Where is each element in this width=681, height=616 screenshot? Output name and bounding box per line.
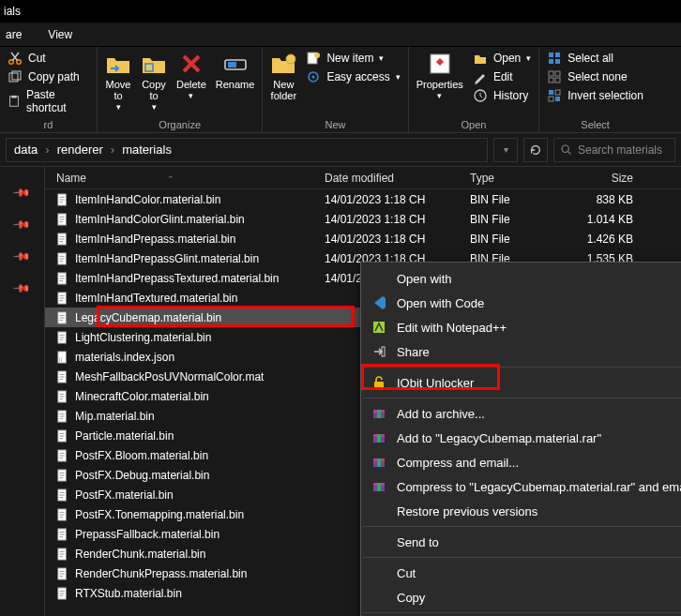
ctx-share[interactable]: Share <box>361 339 681 364</box>
copy-to-button[interactable]: Copy to▾ <box>141 51 167 113</box>
svg-rect-3 <box>12 71 21 80</box>
select-none-button[interactable]: Select none <box>547 69 643 84</box>
column-header-name[interactable]: Name⌃ <box>45 172 325 185</box>
file-name: ItemInHandPrepassTextured.material.bin <box>75 272 279 285</box>
chevron-right-icon: › <box>45 143 49 157</box>
ctx-add-rar[interactable]: Add to "LegacyCubemap.material.rar" <box>361 426 681 450</box>
delete-icon <box>178 51 204 77</box>
file-date: 14/01/2023 1:18 CH <box>325 213 470 226</box>
ribbon-group-open: Properties▾ Open ▾ Edit History Open <box>409 47 540 132</box>
file-row[interactable]: ItemInHandColor.material.bin14/01/2023 1… <box>45 189 681 209</box>
edit-button[interactable]: Edit <box>473 69 531 84</box>
sort-indicator-icon: ⌃ <box>167 174 174 184</box>
move-to-icon <box>105 51 131 77</box>
ctx-send-to[interactable]: Send to▶ <box>361 530 681 554</box>
file-icon <box>56 233 69 246</box>
file-name: RenderChunk.material.bin <box>75 548 205 561</box>
file-name: PrepassFallback.material.bin <box>75 528 219 541</box>
ctx-add-archive[interactable]: Add to archive... <box>361 401 681 426</box>
file-row[interactable]: ItemInHandColorGlint.material.bin14/01/2… <box>45 209 681 229</box>
pin-icon[interactable]: 📌 <box>12 247 32 266</box>
breadcrumb-segment[interactable]: renderer <box>57 143 103 157</box>
pin-icon[interactable]: 📌 <box>12 183 32 203</box>
history-icon <box>473 88 488 103</box>
ctx-compress-rar-email[interactable]: Compress to "LegacyCubemap.material.rar"… <box>361 474 681 499</box>
column-header-date[interactable]: Date modified <box>325 172 470 185</box>
paste-shortcut-icon <box>8 94 21 109</box>
nav-pane[interactable]: 📌 📌 📌 📌 <box>0 167 45 616</box>
new-folder-button[interactable]: New folder <box>270 51 296 101</box>
file-icon <box>56 488 69 502</box>
file-icon <box>56 528 69 541</box>
column-header-type[interactable]: Type <box>470 172 554 185</box>
file-size: 1.426 KB <box>554 233 648 246</box>
file-icon <box>56 567 69 580</box>
svg-rect-65 <box>377 483 381 491</box>
properties-button[interactable]: Properties▾ <box>416 51 463 101</box>
paste-shortcut-button[interactable]: Paste shortcut <box>8 88 89 114</box>
file-name: ItemInHandColor.material.bin <box>75 193 220 206</box>
ctx-compress-email[interactable]: Compress and email... <box>361 450 681 474</box>
cut-button[interactable]: Cut <box>8 51 89 66</box>
svg-rect-25 <box>555 90 560 95</box>
svg-rect-59 <box>377 434 381 443</box>
svg-rect-22 <box>549 78 553 83</box>
ctx-open-with[interactable]: Open with▶ <box>361 266 681 291</box>
file-icon <box>56 449 69 462</box>
ribbon-group-new: New folder New item ▾ Easy access ▾ New <box>263 47 408 132</box>
address-bar: data › renderer › materials ▾ Search mat… <box>0 133 681 167</box>
file-icon <box>56 390 69 403</box>
breadcrumb-segment[interactable]: data <box>14 143 38 157</box>
select-all-button[interactable]: Select all <box>547 51 643 66</box>
svg-point-13 <box>312 76 315 79</box>
svg-rect-18 <box>549 59 553 64</box>
ctx-copy[interactable]: Copy <box>361 585 681 609</box>
ctx-iobit-unlocker[interactable]: IObit Unlocker <box>361 370 681 395</box>
winrar-icon <box>371 454 387 471</box>
svg-text:{}: {} <box>59 355 63 361</box>
delete-button[interactable]: Delete▾ <box>176 51 206 101</box>
svg-rect-19 <box>555 59 560 64</box>
tab-view[interactable]: View <box>48 28 72 41</box>
ribbon-group-select: Select all Select none Invert selection … <box>539 47 651 132</box>
open-button[interactable]: Open ▾ <box>473 51 531 66</box>
file-icon <box>56 311 69 324</box>
file-row[interactable]: ItemInHandPrepass.material.bin14/01/2023… <box>45 229 681 248</box>
pin-icon[interactable]: 📌 <box>12 278 32 298</box>
file-size: 1.014 KB <box>554 213 648 226</box>
history-dropdown-button[interactable]: ▾ <box>493 138 518 162</box>
new-item-button[interactable]: New item ▾ <box>306 51 400 66</box>
ribbon-group-organize: Move to▾ Copy to▾ Delete▾ Rename Organiz… <box>98 47 263 132</box>
file-icon: {} <box>56 351 69 364</box>
svg-point-28 <box>562 145 568 152</box>
ctx-cut[interactable]: Cut <box>361 561 681 585</box>
history-button[interactable]: History <box>473 88 531 103</box>
refresh-button[interactable] <box>523 138 548 162</box>
file-list-pane: Name⌃ Date modified Type Size ItemInHand… <box>45 167 681 616</box>
winrar-icon <box>371 405 387 422</box>
winrar-icon <box>371 478 387 495</box>
rename-button[interactable]: Rename <box>216 51 255 90</box>
pin-icon[interactable]: 📌 <box>12 215 32 234</box>
file-icon <box>56 252 69 265</box>
easy-access-icon <box>306 69 321 84</box>
breadcrumb-segment[interactable]: materials <box>122 143 172 157</box>
file-type: BIN File <box>470 213 554 226</box>
search-input[interactable]: Search materials <box>553 138 675 162</box>
chevron-down-icon: ▾ <box>504 144 508 155</box>
move-to-button[interactable]: Move to▾ <box>105 51 131 113</box>
invert-selection-button[interactable]: Invert selection <box>547 88 643 103</box>
ctx-edit-notepad[interactable]: Edit with Notepad++ <box>361 315 681 339</box>
copy-path-button[interactable]: Copy path <box>8 69 89 84</box>
file-date: 14/01/2023 1:18 CH <box>325 193 470 206</box>
file-name: RTXStub.material.bin <box>75 587 182 600</box>
svg-point-9 <box>286 54 295 64</box>
ctx-restore-versions[interactable]: Restore previous versions <box>361 499 681 523</box>
edit-icon <box>473 69 488 84</box>
tab-share[interactable]: are <box>6 28 22 41</box>
ctx-open-with-code[interactable]: Open with Code <box>361 291 681 315</box>
easy-access-button[interactable]: Easy access ▾ <box>306 69 400 84</box>
column-header-size[interactable]: Size <box>554 172 648 185</box>
breadcrumb[interactable]: data › renderer › materials <box>6 138 488 162</box>
svg-rect-16 <box>549 53 553 57</box>
